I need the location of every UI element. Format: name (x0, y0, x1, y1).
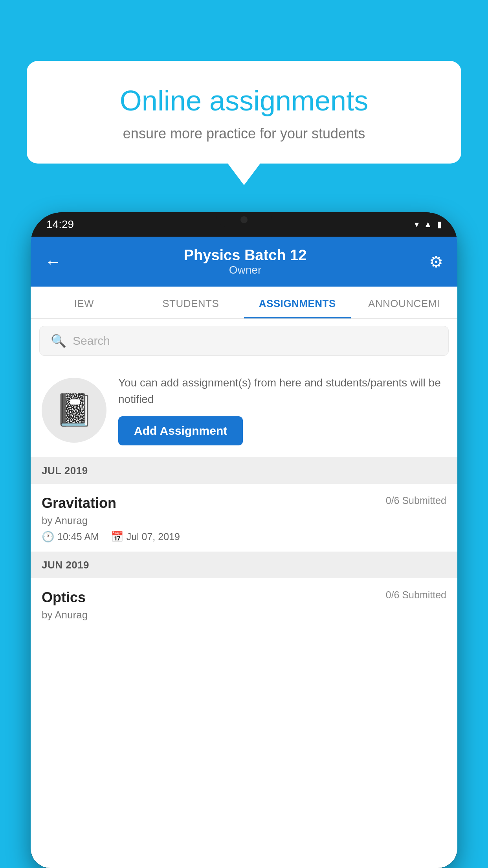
status-bar: 14:29 ▾ ▲ ▮ (31, 212, 457, 237)
add-assignment-section: 📓 You can add assignment(s) from here an… (31, 363, 457, 458)
status-icons: ▾ ▲ ▮ (415, 219, 442, 230)
app-bar: ← Physics Batch 12 Owner ⚙ (31, 237, 457, 287)
add-assignment-button[interactable]: Add Assignment (118, 416, 243, 445)
assignment-time-value: 10:45 AM (57, 531, 99, 542)
assignment-date-value: Jul 07, 2019 (127, 531, 180, 542)
tab-assignments[interactable]: ASSIGNMENTS (244, 287, 351, 318)
bubble-subtitle: ensure more practice for your students (54, 125, 434, 142)
assignment-author: by Anurag (42, 515, 446, 527)
bubble-title: Online assignments (54, 85, 434, 117)
speech-bubble: Online assignments ensure more practice … (27, 61, 461, 164)
assignment-meta: 🕐 10:45 AM 📅 Jul 07, 2019 (42, 531, 446, 543)
submitted-badge: 0/6 Submitted (386, 495, 446, 506)
battery-icon: ▮ (437, 219, 442, 230)
assignment-time: 🕐 10:45 AM (42, 531, 99, 543)
tab-students[interactable]: STUDENTS (138, 287, 244, 318)
assignment-item-gravitation[interactable]: Gravitation 0/6 Submitted by Anurag 🕐 10… (31, 484, 457, 552)
assignment-item-optics[interactable]: Optics 0/6 Submitted by Anurag (31, 578, 457, 634)
settings-icon[interactable]: ⚙ (429, 253, 443, 271)
search-container: 🔍 Search (31, 319, 457, 363)
assignment-author-optics: by Anurag (42, 609, 446, 621)
batch-title: Physics Batch 12 (61, 247, 429, 264)
app-bar-title: Physics Batch 12 Owner (61, 247, 429, 276)
tab-iew[interactable]: IEW (31, 287, 138, 318)
assignment-icon-circle: 📓 (42, 378, 106, 443)
calendar-icon: 📅 (111, 531, 123, 543)
section-header-jul: JUL 2019 (31, 458, 457, 484)
assignment-name-optics: Optics (42, 589, 86, 606)
submitted-badge-optics: 0/6 Submitted (386, 589, 446, 601)
assignment-item-header: Gravitation 0/6 Submitted (42, 495, 446, 511)
assignment-name: Gravitation (42, 495, 116, 511)
status-time: 14:29 (46, 218, 74, 231)
search-bar[interactable]: 🔍 Search (39, 326, 449, 356)
assignment-date: 📅 Jul 07, 2019 (111, 531, 180, 543)
notebook-icon: 📓 (55, 392, 94, 428)
signal-icon: ▲ (424, 219, 432, 230)
camera (240, 216, 248, 223)
wifi-icon: ▾ (415, 219, 419, 230)
tab-announcements[interactable]: ANNOUNCEMI (351, 287, 458, 318)
tab-bar: IEW STUDENTS ASSIGNMENTS ANNOUNCEMI (31, 287, 457, 319)
assignment-item-optics-header: Optics 0/6 Submitted (42, 589, 446, 606)
section-header-jun: JUN 2019 (31, 552, 457, 578)
notch (216, 212, 272, 227)
search-placeholder: Search (73, 334, 110, 348)
batch-owner: Owner (61, 264, 429, 276)
phone-frame: 14:29 ▾ ▲ ▮ ← Physics Batch 12 Owner ⚙ I… (31, 212, 457, 868)
clock-icon: 🕐 (42, 531, 54, 543)
assignment-info: You can add assignment(s) from here and … (118, 375, 446, 445)
back-button[interactable]: ← (45, 252, 61, 271)
phone-screen: ← Physics Batch 12 Owner ⚙ IEW STUDENTS … (31, 237, 457, 868)
search-icon: 🔍 (51, 333, 66, 348)
assignment-description: You can add assignment(s) from here and … (118, 375, 446, 408)
